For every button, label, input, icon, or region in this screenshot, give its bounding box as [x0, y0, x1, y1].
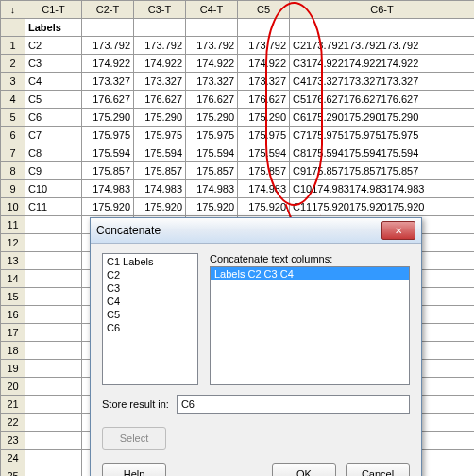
selected-columns-box[interactable]: Labels C2 C3 C4 — [210, 266, 410, 385]
row-header[interactable]: 4 — [1, 91, 25, 109]
cell[interactable]: 173.327 — [238, 73, 290, 91]
cell[interactable]: 176.627 — [186, 91, 238, 109]
store-result-input[interactable] — [177, 395, 410, 414]
col-header-c3[interactable]: C3-T — [134, 1, 186, 19]
list-item[interactable]: C4 — [104, 295, 196, 308]
cell[interactable]: C11 — [25, 198, 82, 216]
col-header-c6[interactable]: C6-T — [290, 1, 475, 19]
cell[interactable]: 175.857 — [238, 162, 290, 180]
cell[interactable]: 175.857 — [82, 162, 134, 180]
cell[interactable]: 174.983 — [238, 180, 290, 198]
row-header[interactable]: 25 — [1, 468, 25, 477]
cell[interactable]: 175.920 — [186, 198, 238, 216]
col-header-c5[interactable]: C5 — [238, 1, 290, 19]
cell[interactable]: C4173.327173.327173.327 — [290, 73, 475, 91]
cell[interactable]: 175.594 — [238, 144, 290, 162]
dialog-titlebar[interactable]: Concatenate ✕ — [91, 218, 421, 244]
list-item[interactable]: C5 — [104, 308, 196, 321]
row-header[interactable]: 19 — [1, 360, 25, 378]
row-header[interactable]: 13 — [1, 252, 25, 270]
cell[interactable]: C8175.594175.594175.594 — [290, 144, 475, 162]
row-header[interactable]: 1 — [1, 37, 25, 55]
cell[interactable]: 175.594 — [82, 144, 134, 162]
row-header[interactable]: 3 — [1, 73, 25, 91]
cell[interactable]: 175.290 — [238, 109, 290, 127]
cell[interactable]: C7175.975175.975175.975 — [290, 127, 475, 144]
cell[interactable]: 173.792 — [238, 37, 290, 55]
cell[interactable]: 173.327 — [186, 73, 238, 91]
cell[interactable]: C2173.792173.792173.792 — [290, 37, 475, 55]
selected-item[interactable]: Labels C2 C3 C4 — [211, 267, 409, 280]
cell[interactable]: C5176.627176.627176.627 — [290, 91, 475, 109]
cell[interactable]: C3174.922174.922174.922 — [290, 55, 475, 73]
cell[interactable]: 176.627 — [82, 91, 134, 109]
cell[interactable]: 175.975 — [134, 127, 186, 144]
cell[interactable]: C10 — [25, 180, 82, 198]
cell[interactable]: 174.922 — [186, 55, 238, 73]
cell[interactable]: 176.627 — [238, 91, 290, 109]
cell[interactable]: C7 — [25, 127, 82, 144]
row-header[interactable]: 17 — [1, 324, 25, 342]
cell[interactable]: C9175.857175.857175.857 — [290, 162, 475, 180]
subheader-labels[interactable]: Labels — [25, 19, 82, 37]
cancel-button[interactable]: Cancel — [346, 463, 410, 476]
cell[interactable]: C9 — [25, 162, 82, 180]
col-header-c2[interactable]: C2-T — [82, 1, 134, 19]
cell[interactable]: 175.920 — [134, 198, 186, 216]
cell[interactable]: 173.792 — [134, 37, 186, 55]
cell[interactable]: C11175.920175.920175.920 — [290, 198, 475, 216]
cell[interactable]: 175.857 — [186, 162, 238, 180]
row-header[interactable]: 11 — [1, 216, 25, 234]
row-header[interactable]: 6 — [1, 127, 25, 144]
cell[interactable]: 175.857 — [134, 162, 186, 180]
help-button[interactable]: Help — [102, 463, 166, 476]
cell[interactable]: C2 — [25, 37, 82, 55]
list-item[interactable]: C2 — [104, 268, 196, 281]
cell[interactable]: 175.290 — [82, 109, 134, 127]
row-header[interactable]: 21 — [1, 396, 25, 414]
col-header-c1[interactable]: C1-T — [25, 1, 82, 19]
row-header[interactable]: 23 — [1, 432, 25, 450]
cell[interactable]: 174.922 — [134, 55, 186, 73]
cell[interactable]: 175.975 — [186, 127, 238, 144]
cell[interactable]: C5 — [25, 91, 82, 109]
cell[interactable]: 173.792 — [82, 37, 134, 55]
list-item[interactable]: C1 Labels — [104, 255, 196, 268]
row-header[interactable]: 15 — [1, 288, 25, 306]
cell[interactable]: 175.920 — [238, 198, 290, 216]
list-item[interactable]: C3 — [104, 281, 196, 295]
cell[interactable]: C3 — [25, 55, 82, 73]
cell[interactable]: 175.290 — [134, 109, 186, 127]
row-header[interactable]: 8 — [1, 162, 25, 180]
cell[interactable]: 176.627 — [134, 91, 186, 109]
row-header[interactable]: 18 — [1, 342, 25, 360]
row-header[interactable]: 20 — [1, 378, 25, 396]
row-header[interactable]: 7 — [1, 144, 25, 162]
cell[interactable]: 175.975 — [82, 127, 134, 144]
cell[interactable]: C4 — [25, 73, 82, 91]
cell[interactable]: 174.922 — [82, 55, 134, 73]
list-item[interactable]: C6 — [104, 321, 196, 334]
available-columns-list[interactable]: C1 LabelsC2C3C4C5C6 — [102, 253, 198, 385]
row-header[interactable]: 16 — [1, 306, 25, 324]
cell[interactable]: C6 — [25, 109, 82, 127]
ok-button[interactable]: OK — [272, 463, 336, 476]
cell[interactable]: 173.327 — [82, 73, 134, 91]
cell[interactable]: C10174.983174.983174.983 — [290, 180, 475, 198]
cell[interactable]: 173.327 — [134, 73, 186, 91]
cell[interactable]: 174.922 — [238, 55, 290, 73]
row-header[interactable]: 2 — [1, 55, 25, 73]
row-header[interactable]: 24 — [1, 450, 25, 468]
corner-cell[interactable]: ↓ — [1, 1, 25, 19]
col-header-c4[interactable]: C4-T — [186, 1, 238, 19]
cell[interactable]: 174.983 — [82, 180, 134, 198]
row-header[interactable]: 22 — [1, 414, 25, 432]
cell[interactable]: 175.975 — [238, 127, 290, 144]
row-header[interactable]: 10 — [1, 198, 25, 216]
cell[interactable]: 175.290 — [186, 109, 238, 127]
row-header[interactable]: 9 — [1, 180, 25, 198]
row-header[interactable]: 5 — [1, 109, 25, 127]
row-header[interactable]: 14 — [1, 270, 25, 288]
cell[interactable]: 174.983 — [186, 180, 238, 198]
row-header[interactable]: 12 — [1, 234, 25, 252]
